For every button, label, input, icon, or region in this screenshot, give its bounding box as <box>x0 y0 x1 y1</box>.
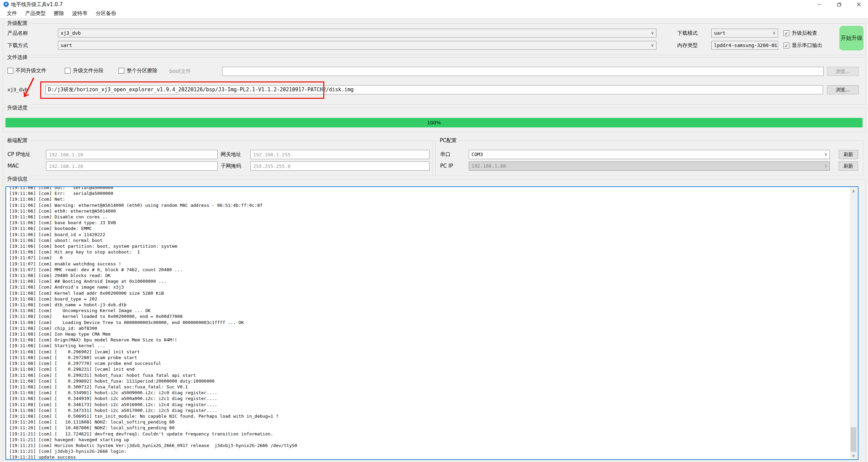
menu-item-baudrate[interactable]: 波特率 <box>68 9 92 18</box>
file-browse-button[interactable]: 浏览... <box>827 85 859 94</box>
chevron-down-icon: ∨ <box>852 453 855 458</box>
netmask-label: 子网掩码 <box>221 161 241 171</box>
check-after-upgrade-checkbox[interactable] <box>784 30 789 36</box>
chevron-down-icon: ∨ <box>651 29 654 37</box>
mac-field[interactable] <box>46 161 218 171</box>
pc-ip-refresh-button[interactable]: 刷新 <box>839 161 858 171</box>
pc-ip-combo[interactable]: 192.168.1.88 ∨ <box>469 161 830 171</box>
progress-bar: 100% <box>5 118 863 127</box>
erase-whole-partition-label: 整个分区擦除 <box>127 67 157 74</box>
pc-ip-label: PC IP <box>440 161 453 171</box>
boot-browse-button[interactable]: 浏览... <box>827 67 859 76</box>
netmask-field[interactable] <box>250 161 430 171</box>
show-serial-output-row: 显示串口输出 <box>784 42 822 49</box>
log-text: [19:11:06] [com] Out: serial@a5000000 [1… <box>6 186 858 460</box>
boot-file-input[interactable] <box>222 67 824 76</box>
menu-item-erase[interactable]: 擦除 <box>50 9 68 18</box>
menu-item-file[interactable]: 文件 <box>3 9 21 18</box>
gateway-label: 网关地址 <box>221 150 241 159</box>
serial-refresh-button[interactable]: 刷新 <box>839 150 858 159</box>
log-output[interactable]: [19:11:06] [com] Out: serial@a5000000 [1… <box>5 186 858 460</box>
download-method-label: 下载方式 <box>7 41 28 50</box>
file-select-title: 文件选择 <box>5 54 29 61</box>
chevron-down-icon: ∨ <box>773 29 775 37</box>
menu-item-partition-backup[interactable]: 分区备份 <box>92 9 120 18</box>
product-name-combo[interactable]: xj3_dvb ∨ <box>58 29 656 37</box>
progress-title: 升级进度 <box>5 104 29 111</box>
close-button[interactable] <box>850 0 868 9</box>
minimize-button[interactable] <box>810 0 828 9</box>
erase-whole-partition-checkbox[interactable] <box>119 68 124 74</box>
download-method-value: uart <box>61 43 72 48</box>
board-config-title: 板端配置 <box>5 137 29 144</box>
restore-icon <box>837 2 841 7</box>
upgrade-file-segment-row: 升级文件分段 <box>65 67 104 74</box>
restore-button[interactable] <box>830 0 848 9</box>
scroll-up-button[interactable]: ∧ <box>850 188 857 194</box>
chevron-down-icon: ∨ <box>773 41 775 49</box>
close-icon <box>857 2 861 6</box>
memory-type-value: lpddr4-samsung-3200-61 <box>714 43 777 48</box>
app-icon <box>3 1 9 7</box>
memory-type-label: 内存类型 <box>677 41 698 50</box>
menubar: 文件 产品类型 擦除 波特率 分区备份 <box>0 9 868 18</box>
cp-ip-label: CP IP地址 <box>7 150 31 159</box>
file-path-input[interactable] <box>45 85 823 94</box>
upgrade-config-title: 升级配置 <box>5 20 29 27</box>
cp-ip-field[interactable] <box>46 150 218 159</box>
upgrade-file-segment-checkbox[interactable] <box>65 68 71 74</box>
serial-port-value: COM3 <box>471 152 483 157</box>
pc-ip-value: 192.168.1.88 <box>471 163 506 169</box>
menu-item-product-type[interactable]: 产品类型 <box>21 9 50 18</box>
file-select-group <box>3 57 866 105</box>
product-name-value: xj3_dvb <box>61 30 81 36</box>
upgrade-info-title: 升级信息 <box>5 175 29 182</box>
chevron-up-icon: ∧ <box>852 189 855 194</box>
chevron-down-icon: ∨ <box>824 150 827 158</box>
upgrade-config-group <box>3 23 866 55</box>
different-upgrade-file-checkbox[interactable] <box>7 68 13 74</box>
chevron-down-icon: ∨ <box>651 41 654 49</box>
scrollbar-track[interactable]: ∧ ∨ <box>850 188 857 459</box>
product-name-label: 产品名称 <box>7 29 28 38</box>
show-serial-output-label: 显示串口输出 <box>792 42 822 49</box>
serial-port-combo[interactable]: COM3 ∨ <box>469 150 830 159</box>
download-mode-value: uart <box>714 30 726 36</box>
progress-value: 100% <box>5 118 863 127</box>
memory-type-combo[interactable]: lpddr4-samsung-3200-61 ∨ <box>711 41 778 50</box>
scroll-down-button[interactable]: ∨ <box>850 452 857 459</box>
scrollbar-thumb[interactable] <box>851 427 856 452</box>
download-method-combo[interactable]: uart ∨ <box>58 41 656 50</box>
product-file-label: xj3_dvb <box>7 85 28 94</box>
different-upgrade-file-label: 不同升级文件 <box>16 67 46 74</box>
titlebar: 地平线升级工具v1.0.7 <box>0 0 868 9</box>
window-title: 地平线升级工具v1.0.7 <box>11 0 63 9</box>
gateway-field[interactable] <box>250 150 430 159</box>
download-mode-label: 下载模式 <box>677 29 698 38</box>
serial-port-label: 串口 <box>440 150 450 159</box>
upgrade-file-segment-label: 升级文件分段 <box>73 67 104 74</box>
erase-whole-partition-row: 整个分区擦除 <box>119 67 157 74</box>
show-serial-output-checkbox[interactable] <box>784 43 789 48</box>
app-window: 地平线升级工具v1.0.7 文件 产品类型 擦除 波特率 分区备份 升级配置 产… <box>0 0 868 462</box>
different-upgrade-file-row: 不同升级文件 <box>7 67 46 74</box>
minimize-icon <box>817 2 821 6</box>
pc-config-title: PC配置 <box>438 137 459 144</box>
check-after-upgrade-label: 升级后检查 <box>792 30 817 36</box>
start-upgrade-button[interactable]: 开始升级 <box>839 26 864 50</box>
chevron-down-icon: ∨ <box>824 162 827 170</box>
check-after-upgrade-row: 升级后检查 <box>784 30 817 36</box>
download-mode-combo[interactable]: uart ∨ <box>711 29 778 37</box>
boot-file-label: boot文件 <box>169 67 191 76</box>
mac-label: MAC <box>7 161 19 171</box>
